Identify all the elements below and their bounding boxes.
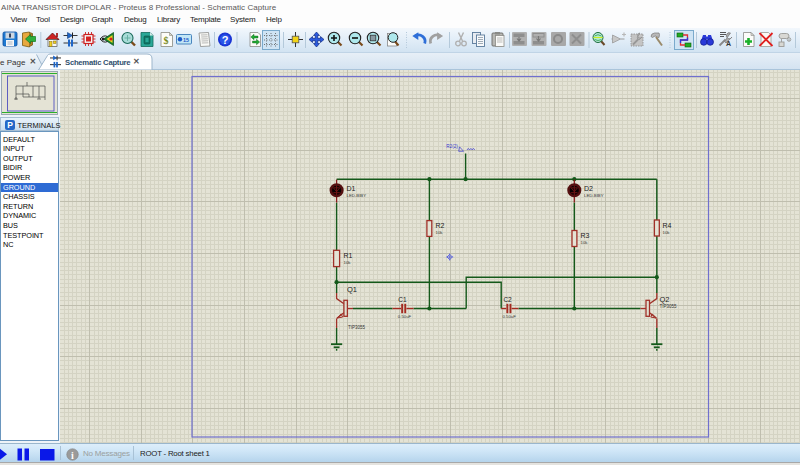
svg-text:C2: C2 xyxy=(503,296,512,303)
svg-text:10k: 10k xyxy=(436,230,444,235)
svg-text:?: ? xyxy=(222,34,229,46)
svg-text:R3: R3 xyxy=(581,232,590,239)
svg-text:TIP3055: TIP3055 xyxy=(660,304,678,309)
svg-text:LED-BIBY: LED-BIBY xyxy=(584,193,604,198)
svg-text:R4: R4 xyxy=(663,222,672,229)
svg-text:$: $ xyxy=(164,35,169,46)
svg-text:A: A xyxy=(726,40,731,47)
svg-text:15: 15 xyxy=(183,37,189,43)
svg-text:R1: R1 xyxy=(344,252,353,259)
svg-text:LED-BIBY: LED-BIBY xyxy=(347,193,367,198)
svg-text:Q1: Q1 xyxy=(347,285,357,294)
svg-text:10k: 10k xyxy=(663,230,671,235)
svg-text:i: i xyxy=(71,450,74,461)
svg-text:C1: C1 xyxy=(398,296,407,303)
svg-text:0.50uF: 0.50uF xyxy=(503,314,517,319)
svg-text:R2(2): R2(2) xyxy=(446,144,458,149)
svg-text:TIP3055: TIP3055 xyxy=(348,325,366,330)
svg-text:D1: D1 xyxy=(347,185,356,192)
svg-text:0.50uF: 0.50uF xyxy=(398,314,412,319)
svg-text:10k: 10k xyxy=(344,260,352,265)
svg-text:R2: R2 xyxy=(436,222,445,229)
svg-text:D2: D2 xyxy=(584,185,593,192)
svg-text:Q2: Q2 xyxy=(660,295,670,304)
svg-text:10k: 10k xyxy=(581,240,589,245)
